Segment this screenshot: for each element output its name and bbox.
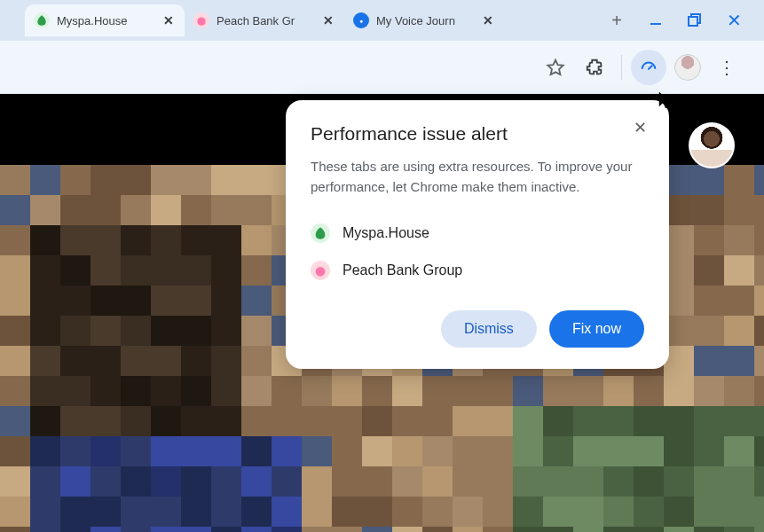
leaf-icon [311, 223, 330, 243]
site-label: Myspa.House [343, 225, 429, 241]
close-icon[interactable]: ✕ [481, 13, 495, 27]
tab-label: Peach Bank Gr [217, 14, 314, 27]
profile-avatar[interactable] [670, 50, 705, 85]
close-icon[interactable]: ✕ [161, 13, 176, 27]
popup-body: These tabs are using extra resources. To… [311, 157, 644, 197]
site-label: Peach Bank Group [343, 262, 462, 278]
participant-avatar[interactable] [690, 124, 733, 167]
fix-now-button[interactable]: Fix now [549, 310, 644, 348]
close-window-button[interactable]: ✕ [725, 12, 743, 29]
minimize-button[interactable] [647, 12, 665, 29]
performance-alert-popup: ✕ Performance issue alert These tabs are… [286, 100, 669, 369]
peach-icon [193, 12, 209, 28]
dismiss-button[interactable]: Dismiss [441, 310, 537, 348]
performance-icon[interactable] [631, 50, 666, 85]
leaf-icon [34, 12, 50, 28]
browser-toolbar: ⋮ [0, 41, 764, 94]
svg-point-0 [197, 18, 205, 26]
tab-myspa[interactable]: Myspa.House ✕ [25, 4, 185, 36]
separator [621, 55, 622, 80]
new-tab-button[interactable]: + [608, 12, 626, 29]
menu-icon[interactable]: ⋮ [709, 50, 744, 85]
svg-rect-3 [650, 23, 661, 25]
tab-strip: Myspa.House ✕ Peach Bank Gr ✕ ● My Voice… [0, 0, 764, 41]
site-row: Myspa.House [311, 215, 644, 252]
tab-label: My Voice Journ [376, 14, 474, 27]
voice-icon: ● [353, 12, 369, 28]
bookmark-icon[interactable] [538, 50, 573, 85]
extensions-icon[interactable] [577, 50, 612, 85]
tab-peach[interactable]: Peach Bank Gr ✕ [185, 4, 344, 36]
window-controls: + ✕ [608, 12, 764, 29]
close-icon[interactable]: ✕ [628, 116, 651, 139]
close-icon[interactable]: ✕ [321, 13, 335, 27]
svg-point-6 [316, 267, 326, 277]
tab-voice[interactable]: ● My Voice Journ ✕ [344, 4, 504, 36]
svg-text:●: ● [359, 18, 363, 24]
popup-actions: Dismiss Fix now [311, 310, 644, 348]
popup-title: Performance issue alert [311, 123, 644, 145]
tab-label: Myspa.House [57, 14, 154, 27]
maximize-button[interactable] [686, 12, 704, 29]
svg-rect-5 [689, 17, 697, 26]
site-row: Peach Bank Group [311, 252, 644, 289]
peach-icon [311, 261, 330, 280]
